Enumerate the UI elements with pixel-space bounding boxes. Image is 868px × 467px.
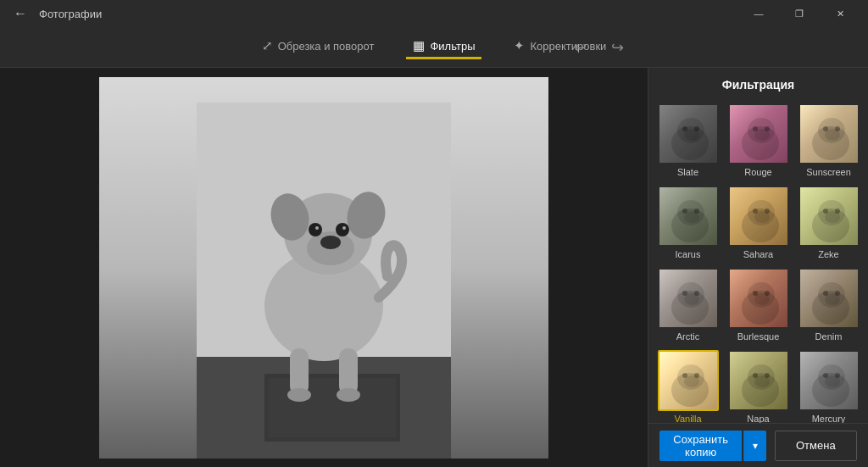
undo-icon: ↩ [574,38,587,57]
filter-thumb-inner-slate [659,105,717,163]
filter-item-slate[interactable]: Slate [655,102,721,179]
redo-icon: ↪ [611,38,624,57]
filter-item-arctic[interactable]: Arctic [655,266,721,343]
save-dropdown-button[interactable]: ▾ [743,431,766,461]
svg-point-10 [315,226,319,230]
filter-thumb-inner-sahara [730,187,787,245]
filter-thumb-napa [728,350,789,411]
filter-name-zeke: Zeke [818,249,838,259]
pug-silhouette [197,103,451,459]
filter-thumb-inner-burlesque [730,270,787,327]
minimize-button[interactable]: — [739,0,778,27]
filter-thumb-inner-mercury [800,352,858,409]
svg-point-37 [694,208,699,214]
svg-point-27 [765,126,770,131]
window-controls: — ❐ ✕ [739,0,860,27]
restore-icon: ❐ [795,8,804,19]
svg-point-41 [753,208,758,214]
filter-item-sunscreen[interactable]: Sunscreen [796,102,861,179]
save-copy-label: Сохранитькопию [673,433,728,459]
svg-point-62 [835,291,840,296]
filter-thumb-burlesque [728,268,789,329]
svg-point-26 [753,126,758,131]
svg-point-32 [835,126,840,131]
redo-button[interactable]: ↪ [604,34,631,61]
back-button[interactable]: ← [8,2,32,25]
right-panel: Фильтрация Slate Rouge Sunscreen [648,68,868,467]
filter-thumb-rouge [728,103,789,164]
filter-item-denim[interactable]: Denim [796,266,861,343]
svg-point-67 [694,373,699,378]
filter-item-burlesque[interactable]: Burlesque [726,266,791,343]
svg-point-72 [765,373,770,378]
filter-item-mercury[interactable]: Mercury [796,348,861,423]
svg-point-66 [682,373,687,378]
filter-item-zeke[interactable]: Zeke [796,184,861,261]
svg-point-16 [287,388,311,402]
filter-thumb-sahara [728,186,789,247]
filter-thumb-arctic [658,268,719,329]
filter-thumb-icarus [658,186,719,247]
filter-name-denim: Denim [815,331,843,342]
svg-rect-15 [339,348,358,395]
filter-thumb-sunscreen [798,103,860,164]
filter-thumb-inner-zeke [800,187,858,245]
filter-thumb-inner-vanilla [659,352,717,409]
filter-name-napa: Napa [747,414,769,423]
filter-item-rouge[interactable]: Rouge [726,102,791,179]
svg-point-31 [823,126,828,131]
filter-item-icarus[interactable]: Icarus [655,184,721,261]
filter-thumb-inner-rouge [730,105,787,163]
photo-area [0,68,648,467]
save-dropdown-icon: ▾ [753,440,758,452]
save-copy-button[interactable]: Сохранитькопию [659,431,742,461]
titlebar: ← Фотографии — ❐ ✕ [0,0,868,27]
filter-name-vanilla: Vanilla [674,414,701,423]
svg-point-8 [309,223,322,236]
svg-point-56 [753,291,758,296]
filter-item-vanilla[interactable]: Vanilla [655,348,721,423]
svg-point-11 [342,226,346,230]
main-content: Фильтрация Slate Rouge Sunscreen [0,68,868,467]
cancel-button[interactable]: Отмена [775,431,857,461]
back-icon: ← [14,6,27,21]
svg-point-57 [765,291,770,296]
filter-thumb-inner-sunscreen [800,105,858,163]
corrections-icon: ✦ [514,38,525,53]
svg-point-76 [823,373,828,378]
svg-point-22 [694,126,699,131]
filter-name-mercury: Mercury [812,414,846,423]
filter-thumb-mercury [798,350,860,411]
toolbar-filters-label: Фильтры [430,40,475,53]
svg-point-21 [682,126,687,131]
close-button[interactable]: ✕ [821,0,860,27]
undo-button[interactable]: ↩ [566,34,593,61]
svg-rect-3 [269,378,396,437]
svg-point-46 [823,208,828,214]
svg-point-77 [835,373,840,378]
svg-point-71 [753,373,758,378]
filter-item-napa[interactable]: Napa [726,348,791,423]
filter-name-burlesque: Burlesque [737,331,780,342]
filter-name-arctic: Arctic [676,331,700,342]
svg-point-17 [337,388,360,402]
filter-name-icarus: Icarus [676,249,701,259]
svg-point-36 [682,208,687,214]
filter-item-sahara[interactable]: Sahara [726,184,791,261]
photo-image [99,77,548,459]
close-icon: ✕ [837,8,844,19]
filter-thumb-zeke [798,186,860,247]
filter-thumb-inner-arctic [659,270,717,327]
filters-grid: Slate Rouge Sunscreen Icarus Sahara [648,98,868,423]
filter-thumb-inner-napa [730,352,787,409]
restore-button[interactable]: ❐ [780,0,819,27]
filter-name-sahara: Sahara [743,249,773,259]
toolbar-item-filters[interactable]: ▦ Фильтры [406,35,481,59]
svg-point-9 [336,223,349,236]
svg-point-47 [835,208,840,214]
filter-thumb-denim [798,268,860,329]
toolbar-item-crop[interactable]: ⤢ Обрезка и поворот [255,35,381,59]
filter-thumb-inner-denim [800,270,858,327]
svg-point-61 [823,291,828,296]
filter-thumb-vanilla [658,350,719,411]
